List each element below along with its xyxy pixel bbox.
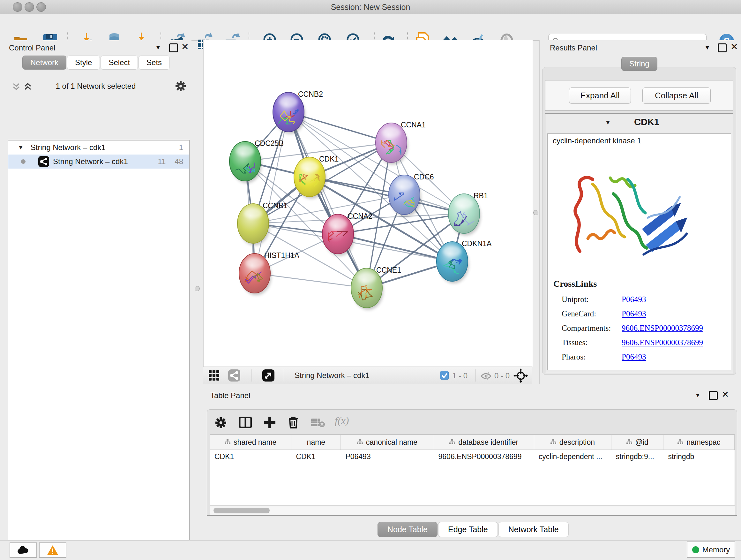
table-panel-close-icon[interactable]: ✕ xyxy=(722,391,729,398)
column-header-shared-name[interactable]: shared name xyxy=(210,435,291,449)
control-panel-close-icon[interactable]: ✕ xyxy=(181,44,189,51)
network-node-CDC6[interactable]: CDC6 xyxy=(389,173,434,217)
table-gear-icon[interactable] xyxy=(215,417,227,430)
crosslink-label: Uniprot: xyxy=(562,295,622,304)
table-cell[interactable]: stringdb xyxy=(664,450,735,463)
results-panel-close-icon[interactable]: ✕ xyxy=(731,44,738,51)
string-network-icon xyxy=(38,156,49,167)
crosslink-label: Pharos: xyxy=(562,353,622,361)
table-cell[interactable]: CDK1 xyxy=(210,450,291,463)
network-edge-count: 48 xyxy=(175,157,183,166)
table-cell[interactable]: P06493 xyxy=(341,450,434,463)
create-column-icon[interactable] xyxy=(263,416,276,430)
table-panel-float-icon[interactable] xyxy=(709,391,718,400)
results-panel-menu-icon[interactable]: ▼ xyxy=(704,44,711,51)
cdk1-collapse-icon[interactable]: ▼ xyxy=(605,119,611,126)
table-row[interactable]: CDK1CDK1P064939606.ENSP00000378699cyclin… xyxy=(210,450,735,463)
network-node-CDC25B[interactable]: CDC25B xyxy=(229,139,284,183)
column-header-database-identifier[interactable]: database identifier xyxy=(434,435,534,449)
node-label-CCNB1: CCNB1 xyxy=(263,201,287,210)
results-panel: Results Panel ▼ ✕ String Expand All Coll… xyxy=(539,40,741,388)
birds-eye-crosshair-icon[interactable] xyxy=(514,368,528,384)
table-cell[interactable]: cyclin-dependent ... xyxy=(534,450,611,463)
network-collection-row[interactable]: ▼ String Network – cdk1 1 xyxy=(8,140,189,154)
right-splitter-handle[interactable] xyxy=(533,210,538,215)
tab-string[interactable]: String xyxy=(621,57,657,71)
scrollbar-thumb[interactable] xyxy=(213,508,270,513)
crosslink-value-link[interactable]: P06493 xyxy=(622,309,646,318)
control-panel-menu-icon[interactable]: ▼ xyxy=(155,44,161,51)
column-type-icon xyxy=(677,438,683,447)
crosslink-value-link[interactable]: 9606.ENSP00000378699 xyxy=(622,338,703,347)
tab-network[interactable]: Network xyxy=(22,56,66,70)
collection-expand-icon[interactable]: ▼ xyxy=(18,144,23,151)
column-type-icon xyxy=(357,438,363,447)
expand-collapse-bar: Expand All Collapse All xyxy=(545,80,733,111)
network-node-CCNA2[interactable]: CCNA2 xyxy=(322,212,373,256)
crosslink-row: GeneCard:P06493 xyxy=(562,307,728,321)
memory-button[interactable]: Memory xyxy=(687,542,735,558)
tab-edge-table[interactable]: Edge Table xyxy=(438,522,498,537)
node-table: shared namenamecanonical namedatabase id… xyxy=(210,435,735,505)
table-cell[interactable]: stringdb:9... xyxy=(611,450,664,463)
expand-all-chevron-icon[interactable] xyxy=(23,82,32,92)
crosslink-value-link[interactable]: P06493 xyxy=(622,295,646,304)
results-panel-float-icon[interactable] xyxy=(718,44,727,52)
table-cell[interactable]: CDK1 xyxy=(291,450,341,463)
node-label-CDKN1A: CDKN1A xyxy=(462,240,492,248)
collapse-all-chevron-icon[interactable] xyxy=(12,82,20,92)
column-header-description[interactable]: description xyxy=(534,435,611,449)
tab-network-table[interactable]: Network Table xyxy=(498,522,569,537)
node-label-HIST1H1A: HIST1H1A xyxy=(264,251,300,260)
delete-column-icon[interactable] xyxy=(287,416,299,430)
column-header-canonical-name[interactable]: canonical name xyxy=(341,435,434,449)
network-view-canvas[interactable]: CCNB2CCNA1CDC25BCDK1CDC6RB1CCNB1CCNA2CDK… xyxy=(203,40,533,367)
collapse-all-button[interactable]: Collapse All xyxy=(643,87,711,104)
main-toolbar: ? xyxy=(0,14,741,41)
table-horizontal-scrollbar[interactable] xyxy=(210,506,735,515)
crosslink-value-link[interactable]: P06493 xyxy=(622,353,646,361)
tab-style[interactable]: Style xyxy=(67,56,100,70)
delete-table-icon[interactable] xyxy=(311,418,325,429)
column-header-label: @id xyxy=(635,438,649,447)
cloud-button[interactable] xyxy=(10,543,37,558)
status-bar: Memory xyxy=(0,540,741,560)
results-panel-title: Results Panel xyxy=(550,44,597,52)
column-header--id[interactable]: @id xyxy=(611,435,664,449)
toolbar-separator xyxy=(284,369,284,381)
control-panel-float-icon[interactable] xyxy=(169,44,178,52)
network-node-CDKN1A[interactable]: CDKN1A xyxy=(436,240,492,284)
network-edge-CCNB2-HIST1H1A[interactable] xyxy=(255,112,288,273)
table-cell[interactable]: 9606.ENSP00000378699 xyxy=(434,450,534,463)
network-edge-HIST1H1A-CCNE1[interactable] xyxy=(255,273,367,288)
table-panel-menu-icon[interactable]: ▼ xyxy=(695,392,701,399)
network-options-gear-icon[interactable] xyxy=(175,80,186,93)
left-splitter-handle[interactable] xyxy=(195,286,200,291)
network-row[interactable]: String Network – cdk1 11 48 xyxy=(8,154,189,169)
table-panel-title: Table Panel xyxy=(210,391,250,400)
crosslink-value-link[interactable]: 9606.ENSP00000378699 xyxy=(622,324,703,333)
string-view-icon[interactable] xyxy=(228,369,240,383)
tab-select[interactable]: Select xyxy=(100,56,138,70)
show-columns-icon[interactable] xyxy=(239,417,252,429)
expand-all-button[interactable]: Expand All xyxy=(569,87,631,104)
tab-node-table[interactable]: Node Table xyxy=(378,522,437,537)
network-edge-CCNB2-CCNE1[interactable] xyxy=(288,112,367,288)
warnings-button[interactable] xyxy=(39,543,66,558)
cdk1-description: cyclin-dependent kinase 1 xyxy=(553,136,642,145)
application-window: Session: New Session xyxy=(0,0,741,560)
network-node-CCNE1[interactable]: CCNE1 xyxy=(351,266,401,310)
tab-sets[interactable]: Sets xyxy=(138,56,170,70)
function-builder-icon[interactable]: f(x) xyxy=(335,415,349,427)
column-header-name[interactable]: name xyxy=(291,435,341,449)
column-header-namespac[interactable]: namespac xyxy=(664,435,735,449)
crosslink-row: Pharos:P06493 xyxy=(562,350,728,364)
window-title: Session: New Session xyxy=(0,3,741,12)
grid-view-icon[interactable] xyxy=(208,370,220,382)
network-node-RB1[interactable]: RB1 xyxy=(448,192,488,236)
memory-label: Memory xyxy=(702,545,730,554)
network-node-HIST1H1A[interactable]: HIST1H1A xyxy=(239,251,300,295)
network-status-dot-icon xyxy=(21,159,25,164)
detach-view-icon[interactable] xyxy=(262,369,274,383)
network-node-CCNA1[interactable]: CCNA1 xyxy=(376,121,426,165)
